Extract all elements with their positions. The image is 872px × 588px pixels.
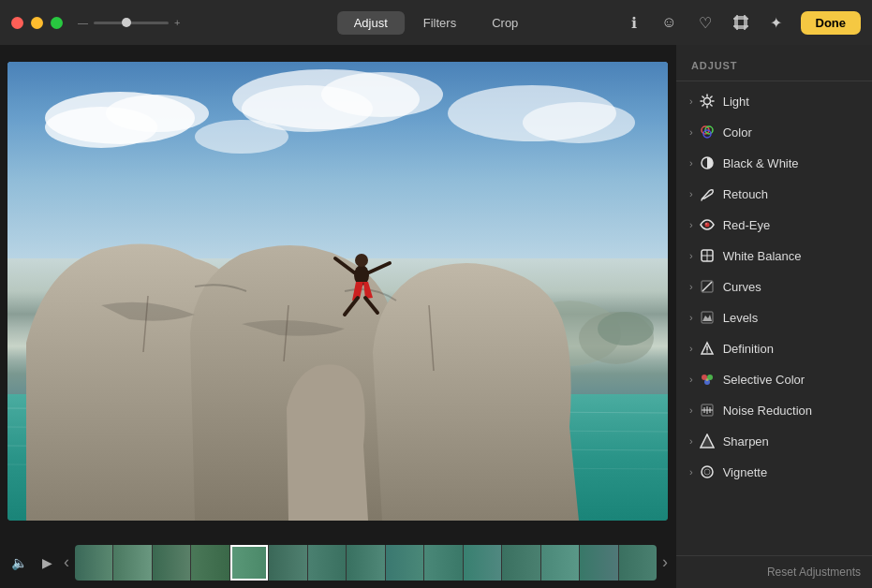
chevron-icon: › bbox=[689, 343, 693, 354]
tab-filters[interactable]: Filters bbox=[406, 11, 473, 35]
panel-title: ADJUST bbox=[691, 60, 737, 71]
adjust-label-selcolor: Selective Color bbox=[723, 373, 805, 387]
chevron-icon: › bbox=[689, 157, 693, 169]
sparkles-icon[interactable]: ✦ bbox=[765, 11, 788, 34]
chevron-icon: › bbox=[689, 126, 693, 138]
reset-adjustments-button[interactable]: Reset Adjustments bbox=[767, 566, 861, 579]
light-icon bbox=[699, 93, 716, 110]
filmstrip-right-arrow[interactable]: › bbox=[662, 552, 668, 572]
adjust-label-noise: Noise Reduction bbox=[723, 404, 812, 418]
maximize-button[interactable] bbox=[51, 17, 63, 29]
adjust-label-vignette: Vignette bbox=[723, 465, 767, 479]
svg-line-38 bbox=[702, 198, 702, 200]
chevron-icon: › bbox=[689, 374, 693, 385]
adjust-item-definition[interactable]: › Definition bbox=[680, 333, 868, 363]
done-button[interactable]: Done bbox=[801, 11, 862, 35]
adjust-item-vignette[interactable]: › Vignette bbox=[680, 457, 868, 487]
svg-marker-58 bbox=[701, 434, 714, 448]
svg-point-10 bbox=[242, 85, 373, 132]
redeye-icon bbox=[699, 216, 716, 233]
filmstrip-thumb[interactable] bbox=[113, 545, 152, 581]
adjust-label-sharpen: Sharpen bbox=[723, 434, 769, 448]
adjust-item-curves[interactable]: › Curves bbox=[680, 272, 868, 301]
bw-icon bbox=[699, 154, 716, 171]
titlebar: — + Adjust Filters Crop ℹ ☺ ♡ ✦ Done bbox=[0, 0, 872, 45]
adjust-item-levels[interactable]: › Levels bbox=[680, 302, 868, 332]
filmstrip-thumb[interactable] bbox=[502, 545, 540, 581]
filmstrip-thumb[interactable] bbox=[386, 545, 424, 581]
noise-icon bbox=[699, 402, 716, 419]
adjust-label-levels: Levels bbox=[723, 311, 759, 325]
heart-icon[interactable]: ♡ bbox=[694, 11, 717, 34]
selcolor-icon bbox=[699, 371, 716, 388]
zoom-plus-icon: + bbox=[174, 17, 180, 28]
info-icon[interactable]: ℹ bbox=[623, 11, 645, 34]
svg-point-11 bbox=[321, 72, 443, 117]
filmstrip-thumb[interactable] bbox=[308, 545, 347, 581]
adjust-item-bw[interactable]: › Black & White bbox=[680, 148, 868, 178]
adjust-item-sharpen[interactable]: › Sharpen bbox=[680, 426, 868, 456]
adjust-label-color: Color bbox=[723, 125, 752, 140]
tab-crop[interactable]: Crop bbox=[475, 11, 535, 35]
adjust-item-light[interactable]: › Light bbox=[680, 86, 868, 116]
adjust-item-retouch[interactable]: › Retouch bbox=[680, 179, 868, 209]
color-icon bbox=[699, 124, 716, 140]
svg-point-21 bbox=[579, 312, 654, 364]
filmstrip-thumb[interactable] bbox=[541, 545, 580, 581]
svg-point-60 bbox=[704, 469, 710, 475]
sharpen-icon bbox=[699, 433, 716, 449]
svg-line-32 bbox=[702, 105, 703, 106]
svg-point-7 bbox=[45, 107, 157, 148]
chevron-icon: › bbox=[689, 312, 693, 323]
svg-point-25 bbox=[703, 98, 710, 105]
filmstrip-thumb[interactable] bbox=[269, 545, 307, 581]
minimize-button[interactable] bbox=[31, 17, 43, 29]
photo-area: 🔈 ▶ ‹ › bbox=[0, 45, 675, 588]
svg-point-6 bbox=[45, 92, 195, 144]
zoom-slider[interactable]: — + bbox=[78, 17, 180, 28]
filmstrip-thumb[interactable] bbox=[75, 545, 113, 581]
svg-point-22 bbox=[354, 265, 369, 286]
chevron-icon: › bbox=[689, 435, 693, 447]
tab-adjust[interactable]: Adjust bbox=[337, 11, 405, 35]
close-button[interactable] bbox=[11, 17, 23, 29]
wb-icon bbox=[699, 247, 716, 264]
filmstrip-thumb[interactable] bbox=[347, 545, 385, 581]
filmstrip[interactable] bbox=[75, 545, 657, 581]
svg-point-24 bbox=[598, 312, 654, 345]
adjust-label-bw: Black & White bbox=[723, 156, 799, 170]
svg-point-48 bbox=[706, 351, 708, 353]
play-button[interactable]: ▶ bbox=[36, 551, 58, 574]
adjust-item-noise[interactable]: › Noise Reduction bbox=[680, 395, 868, 425]
filmstrip-thumb[interactable] bbox=[619, 545, 657, 581]
vignette-icon bbox=[699, 463, 716, 480]
svg-line-31 bbox=[710, 105, 711, 106]
svg-line-17 bbox=[7, 427, 668, 432]
retouch-icon bbox=[699, 185, 716, 202]
svg-point-59 bbox=[702, 466, 713, 478]
filmstrip-thumb[interactable] bbox=[153, 545, 191, 581]
svg-point-40 bbox=[705, 223, 707, 225]
emoji-icon[interactable]: ☺ bbox=[658, 11, 681, 34]
filmstrip-thumb[interactable] bbox=[191, 545, 229, 581]
volume-button[interactable]: 🔈 bbox=[7, 551, 30, 574]
filmstrip-thumb[interactable] bbox=[424, 545, 463, 581]
filmstrip-thumb-selected[interactable] bbox=[230, 545, 269, 581]
adjust-item-wb[interactable]: › White Balance bbox=[680, 241, 868, 271]
adjust-label-redeye: Red-Eye bbox=[723, 218, 771, 232]
svg-point-52 bbox=[705, 378, 708, 381]
window-controls bbox=[11, 17, 63, 29]
filmstrip-thumb[interactable] bbox=[464, 545, 502, 581]
svg-point-9 bbox=[232, 69, 420, 129]
svg-point-13 bbox=[523, 102, 635, 143]
chevron-icon: › bbox=[689, 96, 693, 107]
photo-container bbox=[0, 45, 675, 537]
chevron-icon: › bbox=[689, 250, 693, 261]
crop-icon[interactable] bbox=[730, 11, 752, 34]
adjust-item-color[interactable]: › Color bbox=[680, 117, 868, 147]
adjust-label-light: Light bbox=[723, 95, 749, 109]
filmstrip-thumb[interactable] bbox=[580, 545, 618, 581]
adjust-item-redeye[interactable]: › Red-Eye bbox=[680, 210, 868, 240]
adjust-item-selcolor[interactable]: › Selective Color bbox=[680, 364, 868, 394]
filmstrip-left-arrow[interactable]: ‹ bbox=[64, 552, 69, 572]
